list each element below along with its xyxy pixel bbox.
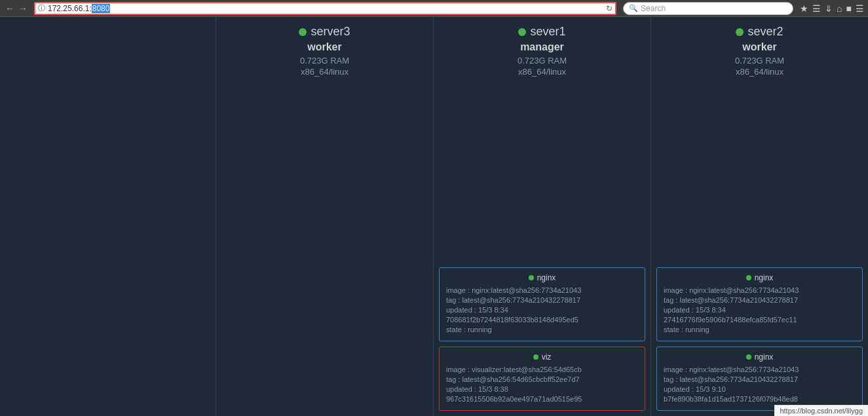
card-image-nginx-sever1: image : nginx:latest@sha256:7734a21043 [446,286,638,294]
search-icon: 🔍 [629,4,638,12]
card-image-nginx2-sever2: image : nginx:latest@sha256:7734a21043 [664,366,856,373]
card-hash-nginx1-sever2: 27416776f9e5906b71488efca85fd57ec11 [664,316,856,324]
card-tag-nginx-sever1: tag : latest@sha256:7734a210432278817 [446,296,638,304]
card-status-dot-viz-sever1 [533,354,538,360]
card-status-dot-nginx-sever1 [529,275,534,280]
bookmark-icon[interactable]: ★ [800,3,808,14]
card-name-nginx1-sever2: nginx [755,273,774,282]
back-button[interactable]: ← [4,3,16,14]
card-title-nginx1-sever2: nginx [664,273,856,282]
card-hash-nginx2-sever2: b7fe890b38fa1d15ad1737126f079b48ed8 [664,395,856,403]
card-status-dot-nginx2-sever2 [746,354,751,360]
card-hash-nginx-sever1: 708681f2b7244818f63033b8148d495ed5 [446,316,638,324]
node-name-label-server3: server3 [311,25,350,39]
node-role-sever1: manager [439,41,645,53]
card-updated-nginx2-sever2: updated : 15/3 9:10 [664,385,856,393]
node-arch-server3: x86_64/linux [221,67,428,77]
node-ram-sever2: 0.723G RAM [656,56,863,66]
card-name-nginx2-sever2: nginx [755,352,774,362]
node-empty-space-server3 [221,87,428,411]
node-ram-server3: 0.723G RAM [221,56,428,66]
node-header-server3: server3 worker 0.723G RAM x86_64/linux [221,22,428,82]
card-hash-viz-sever1: 967c31615506b92a0ee497a71ad0515e95 [446,395,638,403]
search-bar[interactable]: 🔍 Search [623,2,793,15]
address-ip: 172.25.66.1 [48,4,89,13]
card-tag-nginx2-sever2: tag : latest@sha256:7734a210432278817 [664,375,856,383]
node-ram-sever1: 0.723G RAM [439,56,645,66]
card-updated-nginx-sever1: updated : 15/3 8:34 [446,306,638,314]
node-name-label-sever2: sever2 [747,25,783,39]
card-image-viz-sever1: image : visualizer:latest@sha256:54d65cb [446,366,638,373]
swarm-grid: server3 worker 0.723G RAM x86_64/linux s… [0,17,868,416]
node-empty-space-sever2 [656,87,863,262]
address-port: 8080 [92,4,111,13]
node-status-dot-server3 [299,28,307,36]
node-status-dot-sever2 [736,28,744,36]
reader-icon[interactable]: ☰ [812,3,821,14]
node-role-sever2: worker [656,41,863,53]
browser-nav-buttons: ← → [4,3,29,14]
node-empty-space-sever1 [439,87,645,262]
node-header-sever2: sever2 worker 0.723G RAM x86_64/linux [656,22,863,82]
status-bar: https://blog.csdn.net/lilygg [774,405,868,416]
card-title-viz-sever1: viz [446,352,638,362]
columns-container: server3 worker 0.723G RAM x86_64/linux s… [216,17,868,416]
forward-button[interactable]: → [17,3,29,14]
search-placeholder: Search [641,4,666,13]
info-icon: ⓘ [38,3,45,13]
node-name-sever1: sever1 [439,25,645,39]
card-state-nginx1-sever2: state : running [664,326,856,333]
card-title-nginx-sever1: nginx [446,273,638,282]
status-bar-url: https://blog.csdn.net/lilygg [780,407,863,415]
card-status-dot-nginx1-sever2 [746,275,751,280]
download-icon[interactable]: ⇓ [825,3,833,14]
address-text: 172.25.66.1:8080 [48,4,603,13]
node-name-sever2: sever2 [656,25,863,39]
container-card-nginx-sever1[interactable]: nginx image : nginx:latest@sha256:7734a2… [439,267,645,341]
container-card-viz-sever1[interactable]: viz image : visualizer:latest@sha256:54d… [439,347,645,411]
browser-actions: ★ ☰ ⇓ ⌂ ■ ☰ [800,3,864,14]
sidebar [0,17,216,416]
node-name-server3: server3 [221,25,428,39]
refresh-icon[interactable]: ↻ [606,4,613,13]
home-icon[interactable]: ⌂ [837,3,842,14]
card-updated-viz-sever1: updated : 15/3 8:38 [446,385,638,393]
card-name-nginx-sever1: nginx [537,273,556,282]
browser-chrome: ← → ⓘ 172.25.66.1:8080 ↻ 🔍 Search ★ ☰ ⇓ … [0,0,868,17]
node-arch-sever1: x86_64/linux [439,67,645,77]
node-column-sever1: sever1 manager 0.723G RAM x86_64/linux n… [434,17,651,416]
card-tag-nginx1-sever2: tag : latest@sha256:7734a210432278817 [664,296,856,304]
card-image-nginx1-sever2: image : nginx:latest@sha256:7734a21043 [664,286,856,294]
node-status-dot-sever1 [518,28,526,36]
node-column-sever2: sever2 worker 0.723G RAM x86_64/linux ng… [651,17,868,416]
node-name-label-sever1: sever1 [530,25,565,39]
container-card-nginx1-sever2[interactable]: nginx image : nginx:latest@sha256:7734a2… [656,267,863,341]
card-title-nginx2-sever2: nginx [664,352,856,362]
card-updated-nginx1-sever2: updated : 15/3 8:34 [664,306,856,314]
node-role-server3: worker [221,41,428,53]
menu-icon[interactable]: ☰ [856,3,864,14]
card-state-nginx-sever1: state : running [446,326,638,333]
node-arch-sever2: x86_64/linux [656,67,863,77]
node-header-sever1: sever1 manager 0.723G RAM x86_64/linux [439,22,645,82]
node-column-server3: server3 worker 0.723G RAM x86_64/linux [216,17,434,416]
card-tag-viz-sever1: tag : latest@sha256:54d65cbcbff52ee7d7 [446,375,638,383]
container-card-nginx2-sever2[interactable]: nginx image : nginx:latest@sha256:7734a2… [656,347,863,411]
shield-icon[interactable]: ■ [846,3,852,14]
address-bar[interactable]: ⓘ 172.25.66.1:8080 ↻ [34,2,616,15]
page-content: server3 worker 0.723G RAM x86_64/linux s… [0,17,868,416]
card-name-viz-sever1: viz [542,352,552,362]
